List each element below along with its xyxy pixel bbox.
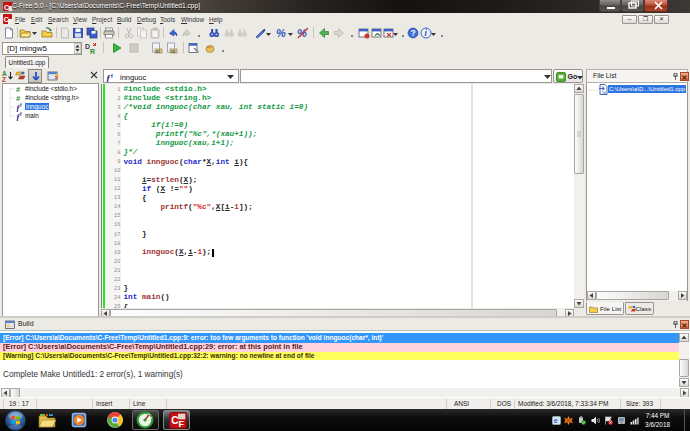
svg-text:C: C [4, 4, 9, 11]
svg-text:01: 01 [156, 49, 161, 54]
svg-text:#: # [16, 85, 21, 94]
svg-text:f: f [111, 73, 113, 79]
svg-text:f: f [20, 103, 22, 108]
svg-text:?: ? [410, 28, 415, 38]
svg-text:Z: Z [2, 76, 6, 82]
svg-text:R: R [90, 48, 95, 55]
svg-text:e: e [554, 417, 558, 424]
svg-text:f: f [20, 112, 22, 117]
svg-text:F: F [179, 419, 185, 429]
svg-text:%: % [276, 27, 286, 39]
svg-text:10: 10 [171, 49, 176, 54]
